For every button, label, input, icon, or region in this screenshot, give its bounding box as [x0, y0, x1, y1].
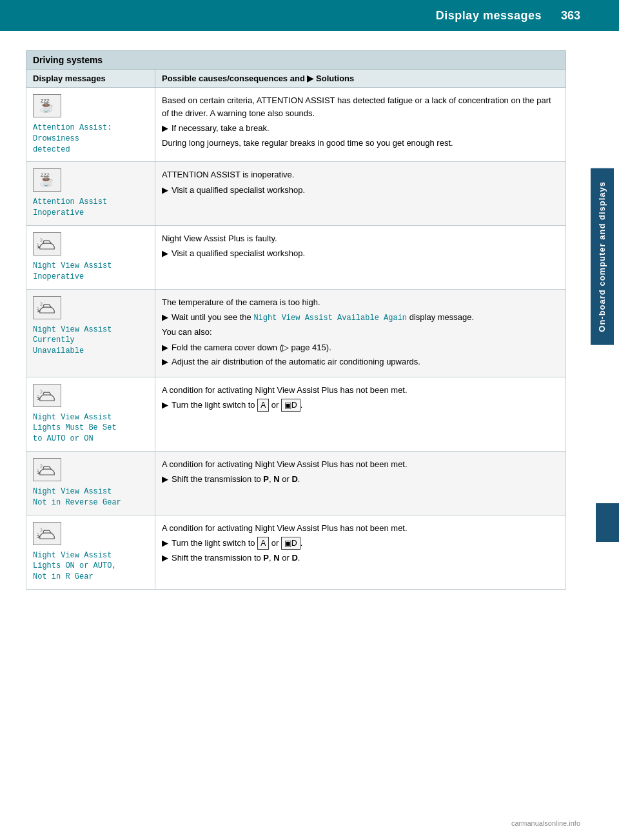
- svg-text:☽: ☽: [38, 526, 43, 532]
- page-number: 363: [561, 9, 580, 23]
- solutions-cell-1: Based on certain criteria, ATTENTION ASS…: [155, 88, 566, 162]
- main-content: Driving systems Display messages Possibl…: [0, 31, 585, 603]
- svg-text:☽: ☽: [38, 301, 43, 306]
- arrow-text: Fold the camera cover down (▷ page 415).: [172, 341, 331, 354]
- display-cell-7: ☽ Night View AssistLights ON or AUTO,Not…: [26, 515, 155, 589]
- arrow-item: ▶ Shift the transmission to P, N or D.: [162, 552, 559, 565]
- driving-systems-table: Driving systems Display messages Possibl…: [26, 50, 566, 590]
- display-cell-6: ☽ Night View AssistNot in Reverse Gear: [26, 451, 155, 515]
- sidebar-blue-accent: [596, 503, 619, 542]
- display-cell-5: ☽ Night View AssistLights Must Be Setto …: [26, 377, 155, 451]
- table-row: ☽ Night View AssistNot in Reverse Gear A…: [26, 451, 566, 515]
- svg-line-13: [37, 307, 39, 308]
- arrow-icon: ▶: [162, 341, 168, 354]
- arrow-text: If necessary, take a break.: [172, 122, 270, 135]
- arrow-icon: ▶: [162, 473, 168, 486]
- solution-text-2: During long journeys, take regular break…: [162, 137, 559, 150]
- footer-watermark: carmanualsonline.info: [511, 819, 580, 827]
- svg-text:zzz: zzz: [41, 97, 50, 104]
- solutions-cell-7: A condition for activating Night View As…: [155, 515, 566, 589]
- arrow-text: Visit a qualified specialist workshop.: [172, 247, 305, 260]
- display-label-6: Night View AssistNot in Reverse Gear: [33, 486, 148, 508]
- key-a-2: A: [257, 537, 269, 550]
- arrow-item: ▶ Shift the transmission to P, N or D.: [162, 473, 559, 486]
- arrow-text: Turn the light switch to A or ▣D.: [172, 537, 302, 550]
- arrow-icon: ▶: [162, 311, 168, 324]
- solution-text: A condition for activating Night View As…: [162, 522, 559, 535]
- arrow-text: Shift the transmission to P, N or D.: [172, 552, 300, 565]
- solution-text: The temperature of the camera is too hig…: [162, 296, 559, 309]
- svg-text:zzz: zzz: [41, 172, 50, 178]
- arrow-text: Wait until you see the Night View Assist…: [172, 311, 474, 324]
- sidebar-label: On-board computer and displays: [591, 168, 614, 345]
- svg-line-25: [37, 469, 39, 470]
- arrow-icon: ▶: [162, 184, 168, 197]
- svg-text:☽: ☽: [38, 237, 43, 243]
- col-header-solutions: Possible causes/consequences and ▶ Solut…: [155, 70, 566, 88]
- display-cell-2: ☕ zzz Attention AssistInoperative: [26, 162, 155, 226]
- night-view-reverse-icon: ☽: [33, 458, 61, 481]
- arrow-item: ▶ Visit a qualified specialist workshop.: [162, 247, 559, 260]
- display-label-4: Night View AssistCurrentlyUnavailable: [33, 325, 148, 357]
- arrow-item: ▶ Adjust the air distribution of the aut…: [162, 355, 559, 368]
- col-header-display: Display messages: [26, 70, 155, 88]
- arrow-icon: ▶: [162, 247, 168, 260]
- section-header-cell: Driving systems: [26, 51, 566, 70]
- arrow-item: ▶ Turn the light switch to A or ▣D.: [162, 399, 559, 412]
- arrow-icon: ▶: [162, 355, 168, 368]
- key-a: A: [257, 399, 269, 412]
- attention-assist-drowsy-icon: ☕ zzz: [33, 94, 61, 117]
- svg-text:☽: ☽: [38, 388, 43, 394]
- night-view-icon: ☽: [37, 235, 57, 252]
- arrow-text: Visit a qualified specialist workshop.: [172, 184, 305, 197]
- night-view-icon-4: ☽: [37, 461, 57, 478]
- table-row: ☽ Night View AssistInoperative Night Vie…: [26, 225, 566, 289]
- display-label-7: Night View AssistLights ON or AUTO,Not i…: [33, 550, 148, 583]
- display-label-3: Night View AssistInoperative: [33, 261, 148, 283]
- key-d-2: ▣D: [281, 537, 300, 550]
- arrow-item: ▶ Turn the light switch to A or ▣D.: [162, 537, 559, 550]
- svg-line-7: [37, 243, 39, 245]
- night-view-unavail-icon: ☽: [33, 296, 61, 319]
- arrow-icon: ▶: [162, 537, 168, 550]
- table-row: ☽ Night View AssistCurrentlyUnavailable …: [26, 289, 566, 377]
- solutions-cell-3: Night View Assist Plus is faulty. ▶ Visi…: [155, 225, 566, 289]
- display-cell-1: ☕ zzz Attention Assist:Drowsinessdetecte…: [26, 88, 155, 162]
- highlight-text: Night View Assist Available Again: [253, 314, 407, 323]
- solution-text: ATTENTION ASSIST is inoperative.: [162, 168, 559, 181]
- solutions-cell-4: The temperature of the camera is too hig…: [155, 289, 566, 377]
- arrow-text: Adjust the air distribution of the autom…: [172, 355, 420, 368]
- attention-assist-inop-icon: ☕ zzz: [33, 168, 61, 192]
- display-label-5: Night View AssistLights Must Be Setto AU…: [33, 412, 148, 445]
- section-header-row: Driving systems: [26, 51, 566, 70]
- key-d: ▣D: [281, 399, 300, 412]
- arrow-text: Turn the light switch to A or ▣D.: [172, 399, 302, 412]
- arrow-text: Shift the transmission to P, N or D.: [172, 473, 300, 486]
- col-header-solutions-text: Possible causes/consequences and ▶ Solut…: [162, 74, 354, 83]
- coffee-cup-icon: ☕ zzz: [37, 97, 57, 114]
- right-sidebar: On-board computer and displays: [585, 31, 619, 483]
- display-label-2: Attention AssistInoperative: [33, 197, 148, 219]
- coffee-cup-icon-2: ☕ zzz: [37, 172, 57, 188]
- solution-text-2: You can also:: [162, 326, 559, 339]
- solution-text: Night View Assist Plus is faulty.: [162, 232, 559, 245]
- table-row: ☽ Night View AssistLights Must Be Setto …: [26, 377, 566, 451]
- footer-text: carmanualsonline.info: [511, 819, 580, 827]
- table-row: ☽ Night View AssistLights ON or AUTO,Not…: [26, 515, 566, 589]
- svg-line-19: [37, 395, 39, 396]
- solutions-cell-5: A condition for activating Night View As…: [155, 377, 566, 451]
- arrow-item: ▶ If necessary, take a break.: [162, 122, 559, 135]
- solutions-cell-2: ATTENTION ASSIST is inoperative. ▶ Visit…: [155, 162, 566, 226]
- night-view-lights-icon: ☽: [33, 384, 61, 407]
- arrow-icon: ▶: [162, 122, 168, 135]
- night-view-icon-3: ☽: [37, 387, 57, 404]
- solutions-cell-6: A condition for activating Night View As…: [155, 451, 566, 515]
- arrow-item: ▶ Visit a qualified specialist workshop.: [162, 184, 559, 197]
- display-cell-3: ☽ Night View AssistInoperative: [26, 225, 155, 289]
- table-row: ☕ zzz Attention AssistInoperative ATTENT…: [26, 162, 566, 226]
- night-view-lights-r-icon: ☽: [33, 522, 61, 545]
- arrow-icon: ▶: [162, 399, 168, 412]
- arrow-icon: ▶: [162, 552, 168, 565]
- night-view-inop-icon: ☽: [33, 232, 61, 255]
- solution-text: A condition for activating Night View As…: [162, 384, 559, 397]
